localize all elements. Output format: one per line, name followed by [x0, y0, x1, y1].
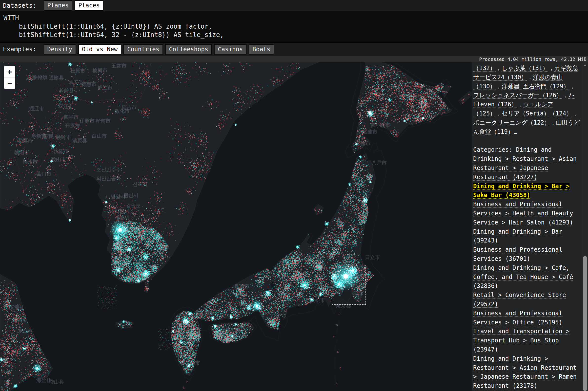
scroll-up-icon[interactable]: ▲ — [582, 62, 588, 68]
map-selection-box[interactable] — [332, 265, 366, 305]
category-row: Retail > Convenience Store (29572) — [473, 291, 581, 309]
map-zoom-out-button[interactable]: − — [4, 78, 15, 89]
category-link[interactable]: Retail > Convenience Store (29572) — [473, 292, 566, 308]
name-link[interactable]: ポニークリーニング（122） — [473, 119, 550, 126]
example-button-coffeeshops[interactable]: Coffeeshops — [165, 44, 212, 55]
name-link[interactable]: しゃぶ葉（131） — [502, 65, 548, 72]
category-link[interactable]: Dining and Drinking > Cafe, Coffee, and … — [473, 265, 573, 290]
datasets-buttons: PlanesPlaces — [44, 0, 106, 11]
category-link[interactable]: Business and Professional Services > Off… — [473, 310, 562, 326]
examples-bar: Examples: DensityOld vs NewCountriesCoff… — [0, 42, 588, 56]
name-link[interactable]: セリア（Seria）（124） — [502, 110, 572, 117]
example-button-countries[interactable]: Countries — [124, 44, 163, 55]
status-text: Processed 4.04 million rows, 42.32 MiB — [479, 56, 587, 62]
category-row: Dining and Drinking > Bar (39243) — [473, 227, 581, 245]
sidebar-scrollbar[interactable]: ▲ — [582, 62, 588, 391]
results-panel: （132），しゃぶ葉（131），カギ救急サービス24（130），洋服の青山（13… — [472, 62, 582, 391]
categories-list: Categories: Dining and Drinking > Restau… — [473, 145, 581, 391]
app-root: { "datasets_bar": { "label": "Datasets: … — [0, 0, 588, 391]
category-row: Dining and Drinking > Restaurant > Asian… — [473, 354, 581, 391]
category-row: Travel and Transportation > Transport Hu… — [473, 327, 581, 354]
main-area: + − （132），しゃぶ葉（131），カギ救急サービス24（130），洋服の青… — [0, 62, 588, 391]
top-names-list: （132），しゃぶ葉（131），カギ救急サービス24（130），洋服の青山（13… — [473, 64, 581, 136]
dataset-button-places[interactable]: Places — [75, 0, 104, 11]
sql-editor[interactable]: WITH bitShiftLeft(1::UInt64, {z:UInt8}) … — [0, 11, 588, 42]
name-link[interactable]: （132） — [473, 65, 496, 72]
example-button-density[interactable]: Density — [44, 44, 76, 55]
category-row: Business and Professional Services (3670… — [473, 245, 581, 264]
category-row: Dining and Drinking > Bar > Sake Bar (43… — [473, 182, 581, 200]
example-button-old-vs-new[interactable]: Old vs New — [78, 44, 122, 55]
sql-text: WITH bitShiftLeft(1::UInt64, {z:UInt8}) … — [0, 11, 588, 39]
map-zoom-control: + − — [4, 66, 15, 89]
example-button-boats[interactable]: Boats — [249, 44, 274, 55]
name-link[interactable]: 洋麺屋 五右衛門（129） — [502, 83, 569, 90]
category-row: Business and Professional Services > Off… — [473, 309, 581, 327]
category-link[interactable]: Dining and Drinking > Restaurant > Asian… — [473, 355, 577, 389]
categories-label: Categories: — [473, 146, 516, 153]
category-link[interactable]: Travel and Transportation > Transport Hu… — [473, 328, 570, 353]
examples-buttons: DensityOld vs NewCountriesCoffeeshopsCas… — [44, 44, 276, 55]
datasets-bar: Datasets: PlanesPlaces — [0, 0, 588, 11]
examples-label: Examples: — [3, 46, 40, 53]
category-link[interactable]: Business and Professional Services (3670… — [473, 246, 562, 262]
scrollbar-thumb[interactable] — [583, 256, 587, 391]
category-row: Categories: Dining and Drinking > Restau… — [473, 145, 581, 182]
category-link[interactable]: Business and Professional Services > Hea… — [473, 201, 573, 226]
dataset-button-planes[interactable]: Planes — [44, 0, 73, 11]
name-link[interactable]: フレッシュネスバーガー（126） — [473, 92, 562, 99]
category-row: Dining and Drinking > Cafe, Coffee, and … — [473, 264, 581, 291]
map-zoom-in-button[interactable]: + — [4, 66, 15, 78]
category-row: Business and Professional Services > Hea… — [473, 200, 581, 227]
category-link-highlighted[interactable]: Dining and Drinking > Bar > Sake Bar (43… — [473, 183, 570, 199]
status-bar: Processed 4.04 million rows, 42.32 MiB — [0, 56, 588, 62]
category-link[interactable]: Dining and Drinking > Bar (39243) — [473, 228, 562, 244]
datasets-label: Datasets: — [3, 2, 40, 9]
example-button-casinos[interactable]: Casinos — [214, 44, 247, 55]
map-canvas[interactable] — [0, 62, 472, 391]
